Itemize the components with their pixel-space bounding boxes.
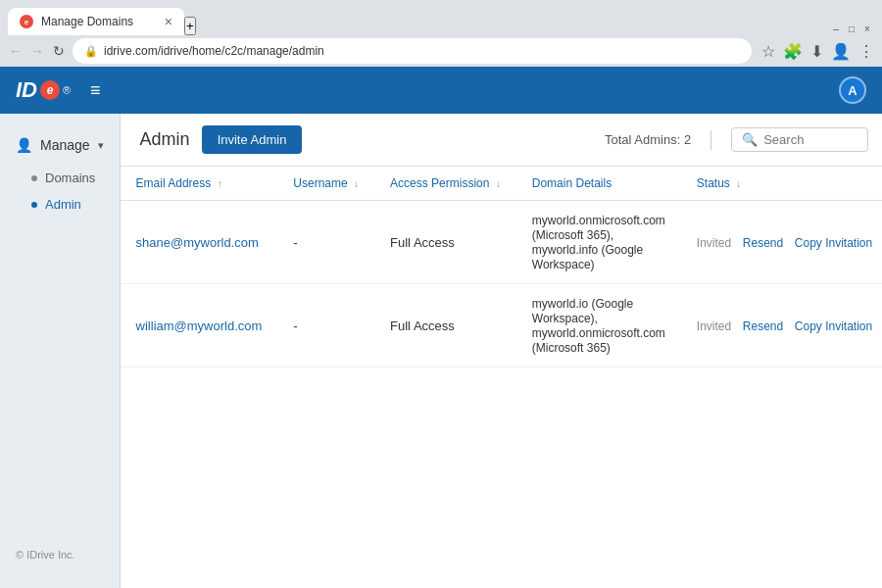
close-tab-button[interactable]: ×: [165, 14, 172, 29]
copy-invitation-link[interactable]: Copy Invitation: [795, 319, 872, 333]
col-username[interactable]: Username ↓: [277, 167, 374, 201]
col-access[interactable]: Access Permission ↓: [374, 167, 516, 201]
col-email[interactable]: Email Address ↑: [121, 167, 278, 201]
invite-admin-button[interactable]: Invite Admin: [202, 125, 303, 154]
cell-email-1: william@myworld.com: [121, 284, 278, 368]
status-badge: Invited: [697, 236, 731, 250]
manage-icon: 👤: [16, 137, 32, 153]
table-body: shane@myworld.com - Full Access myworld.…: [121, 201, 882, 368]
sidebar-item-domains[interactable]: Domains: [0, 165, 120, 191]
sidebar: 👤 Manage ▾ Domains Admin © IDrive Inc.: [0, 114, 121, 588]
download-button[interactable]: ⬇: [810, 42, 823, 61]
profile-button[interactable]: 👤: [831, 42, 851, 61]
content-area: Admin Invite Admin Total Admins: 2 🔍: [121, 114, 882, 588]
col-domain: Domain Details: [516, 167, 681, 201]
logo-id: ID: [16, 77, 37, 103]
cell-access-1: Full Access: [374, 284, 516, 368]
search-box[interactable]: 🔍: [731, 127, 868, 152]
tab-favicon: e: [20, 15, 33, 28]
maximize-button[interactable]: □: [845, 22, 858, 35]
table-header: Email Address ↑ Username ↓ Access Permis…: [121, 167, 882, 201]
tab-title: Manage Domains: [41, 15, 157, 28]
admin-table: Email Address ↑ Username ↓ Access Permis…: [121, 167, 882, 368]
cell-status-1: Invited Resend Copy Invitation: [681, 284, 882, 368]
cell-email-0: shane@myworld.com: [121, 201, 278, 284]
sidebar-footer: © IDrive Inc.: [0, 537, 120, 572]
address-bar[interactable]: 🔒 idrive.com/idrive/home/c2c/manage/admi…: [73, 38, 752, 64]
content-header: Admin Invite Admin Total Admins: 2 🔍: [121, 114, 882, 167]
status-badge: Invited: [697, 319, 731, 333]
lock-icon: 🔒: [84, 45, 98, 58]
col-status[interactable]: Status ↓: [681, 167, 882, 201]
sort-status-icon: ↓: [736, 178, 741, 189]
total-admins-label: Total Admins: 2: [605, 132, 691, 147]
minimize-button[interactable]: –: [829, 22, 843, 35]
cell-domain-1: myworld.io (Google Workspace), myworld.o…: [516, 284, 681, 368]
table-row: william@myworld.com - Full Access myworl…: [121, 284, 882, 368]
top-nav: ID e ® ≡ A: [0, 67, 882, 114]
sidebar-manage[interactable]: 👤 Manage ▾: [0, 129, 120, 161]
search-input[interactable]: [763, 132, 861, 147]
sidebar-item-admin[interactable]: Admin: [0, 191, 120, 218]
logo: ID e ®: [16, 77, 71, 103]
menu-button[interactable]: ⋮: [858, 42, 874, 61]
logo-registered: ®: [63, 84, 71, 96]
cell-username-0: -: [277, 201, 374, 284]
main-area: 👤 Manage ▾ Domains Admin © IDrive Inc. A…: [0, 114, 882, 588]
sort-email-icon: ↑: [218, 178, 222, 189]
sort-username-icon: ↓: [354, 178, 359, 189]
user-avatar[interactable]: A: [839, 76, 866, 104]
cell-status-0: Invited Resend Copy Invitation: [681, 201, 882, 284]
resend-link[interactable]: Resend: [743, 319, 783, 333]
forward-button[interactable]: →: [29, 43, 45, 59]
logo-e: e: [40, 80, 60, 100]
sort-access-icon: ↓: [496, 178, 501, 189]
refresh-button[interactable]: ↻: [51, 43, 67, 59]
copy-invitation-link[interactable]: Copy Invitation: [795, 236, 872, 250]
cell-access-0: Full Access: [374, 201, 516, 284]
chevron-down-icon: ▾: [98, 139, 104, 152]
url-text: idrive.com/idrive/home/c2c/manage/admin: [104, 44, 324, 58]
dot-active-icon: [31, 202, 37, 208]
close-window-button[interactable]: ×: [860, 22, 874, 35]
page-title: Admin: [140, 129, 190, 150]
new-tab-button[interactable]: +: [184, 17, 196, 35]
dot-icon: [31, 175, 37, 181]
app: ID e ® ≡ A 👤 Manage ▾ Domains Admin: [0, 67, 882, 588]
extensions-button[interactable]: 🧩: [783, 42, 803, 61]
sidebar-nav: Domains Admin: [0, 161, 120, 221]
search-icon: 🔍: [742, 132, 758, 147]
table-row: shane@myworld.com - Full Access myworld.…: [121, 201, 882, 284]
cell-domain-0: myworld.onmicrosoft.com (Microsoft 365),…: [516, 201, 681, 284]
bookmark-button[interactable]: ☆: [761, 42, 775, 61]
cell-username-1: -: [277, 284, 374, 368]
hamburger-menu[interactable]: ≡: [90, 80, 101, 101]
active-tab[interactable]: e Manage Domains ×: [8, 8, 184, 35]
admin-table-container: Email Address ↑ Username ↓ Access Permis…: [121, 167, 882, 588]
resend-link[interactable]: Resend: [743, 236, 783, 250]
back-button[interactable]: ←: [8, 43, 24, 59]
